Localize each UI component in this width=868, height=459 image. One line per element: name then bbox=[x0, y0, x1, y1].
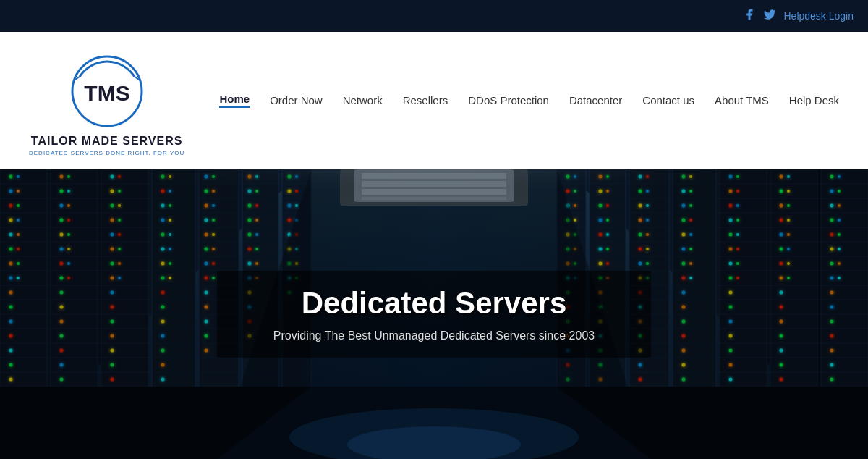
nav-order-now[interactable]: Order Now bbox=[270, 94, 323, 106]
brand-name: TAILOR MADE SERVERS bbox=[31, 134, 183, 148]
hero-section: generated below via JS bbox=[0, 169, 868, 459]
nav-home[interactable]: Home bbox=[219, 93, 250, 108]
nav-about-tms[interactable]: About TMS bbox=[715, 94, 769, 106]
nav-datacenter[interactable]: Datacenter bbox=[569, 94, 622, 106]
social-links: Helpdesk Login bbox=[743, 8, 854, 24]
main-nav: Home Order Now Network Resellers DDoS Pr… bbox=[219, 93, 839, 108]
nav-network[interactable]: Network bbox=[343, 94, 383, 106]
brand-tagline: DEDICATED SERVERS DONE RIGHT. FOR YOU bbox=[29, 150, 184, 156]
logo-area: TMS TAILOR MADE SERVERS DEDICATED SERVER… bbox=[29, 44, 184, 156]
nav-ddos-protection[interactable]: DDoS Protection bbox=[468, 94, 549, 106]
facebook-icon[interactable] bbox=[743, 8, 756, 24]
helpdesk-login-link[interactable]: Helpdesk Login bbox=[783, 10, 854, 22]
hero-subtitle: Providing The Best Unmanaged Dedicated S… bbox=[273, 329, 595, 342]
nav-resellers[interactable]: Resellers bbox=[403, 94, 448, 106]
hero-content: Dedicated Servers Providing The Best Unm… bbox=[273, 286, 595, 342]
svg-text:TMS: TMS bbox=[84, 81, 129, 105]
hero-title: Dedicated Servers bbox=[273, 286, 595, 321]
nav-help-desk[interactable]: Help Desk bbox=[789, 94, 839, 106]
site-header: TMS TAILOR MADE SERVERS DEDICATED SERVER… bbox=[0, 32, 868, 169]
logo-graphic: TMS bbox=[64, 44, 150, 131]
top-bar: Helpdesk Login bbox=[0, 0, 868, 32]
twitter-icon[interactable] bbox=[763, 8, 776, 24]
nav-contact-us[interactable]: Contact us bbox=[642, 94, 694, 106]
